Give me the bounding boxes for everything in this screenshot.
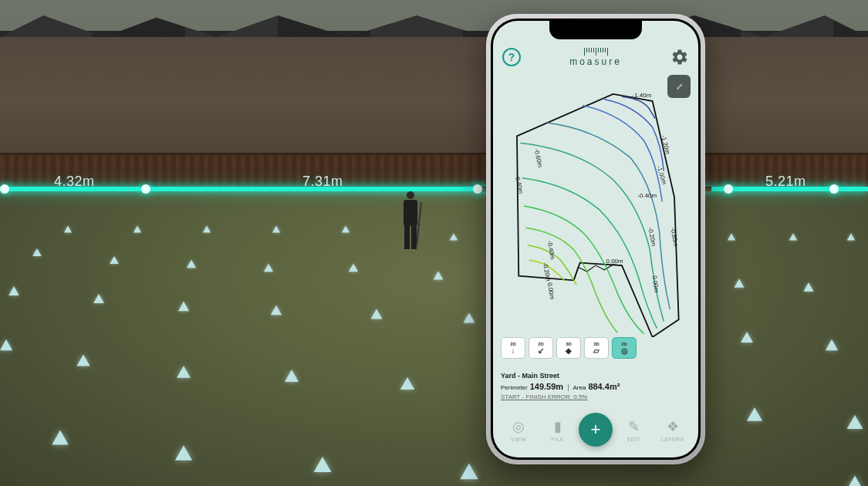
measurement-line — [0, 187, 868, 191]
contour-label: -0.60m — [533, 148, 544, 168]
grid-marker-icon — [285, 370, 299, 382]
grid-marker-icon — [264, 264, 273, 272]
grid-marker-icon — [847, 233, 855, 240]
grid-marker-icon — [741, 332, 753, 343]
grid-marker-icon — [847, 415, 863, 429]
grid-marker-icon — [846, 476, 864, 487]
view-3d-mesh[interactable]: 3D▱ — [584, 337, 609, 359]
tb-edit[interactable]: ✎ EDIT — [616, 418, 651, 442]
contour-label: -0.20m — [542, 262, 552, 282]
person-silhouette — [400, 191, 421, 249]
grid-marker-icon — [178, 302, 189, 311]
measurement-point — [829, 184, 839, 194]
grid-marker-icon — [349, 264, 358, 272]
grid-marker-icon — [747, 407, 762, 421]
grid-marker-icon — [76, 354, 90, 366]
measurement-label: 4.32m — [54, 174, 95, 190]
contour-label: 0.00m — [651, 275, 660, 293]
perimeter-value: 149.59m — [530, 382, 563, 391]
tb-file[interactable]: ▮ FILE — [540, 418, 576, 442]
phone-frame: ? moasure ⤢ — [486, 14, 705, 464]
grid-marker-icon — [371, 309, 383, 319]
background-scene — [0, 0, 868, 486]
grid-marker-icon — [400, 377, 415, 390]
brand-text: moasure — [569, 56, 622, 67]
area-value: 884.4m² — [588, 382, 620, 391]
grid-marker-icon — [8, 286, 19, 295]
contour-label: -0.80m — [669, 227, 679, 247]
add-button[interactable]: + — [579, 413, 613, 447]
help-button[interactable]: ? — [502, 48, 521, 66]
contour-label: 0.00m — [546, 282, 556, 301]
app-screen: ? moasure ⤢ — [493, 21, 698, 457]
contour-label: -0.40m — [546, 240, 556, 260]
grid-marker-icon — [52, 430, 68, 445]
grid-marker-icon — [175, 445, 192, 460]
settings-button[interactable] — [670, 48, 689, 66]
grid-marker-icon — [728, 233, 735, 240]
view-3d-cube[interactable]: 3D◆ — [556, 337, 581, 359]
grid-marker-icon — [342, 226, 350, 233]
grid-marker-icon — [464, 312, 475, 322]
contour-label: 0.00m — [606, 258, 623, 265]
contour-label: -0.40m — [514, 174, 525, 194]
view-2d-contour[interactable]: 2D◎ — [612, 337, 637, 359]
file-icon: ▮ — [554, 418, 562, 435]
measurement-point — [141, 184, 150, 194]
app-logo: moasure — [569, 48, 622, 67]
measurement-point — [724, 184, 733, 194]
measurement-point — [473, 184, 482, 194]
view-mode-buttons: 2D↓2D↙3D◆3D▱2D◎ — [501, 337, 637, 359]
tb-view[interactable]: ◎ VIEW — [501, 418, 536, 442]
area-label: Area — [572, 384, 586, 391]
view-2d-angle[interactable]: 2D↙ — [529, 337, 553, 359]
measurement-label: 7.31m — [302, 174, 343, 190]
layers-icon: ❖ — [667, 418, 679, 435]
contour-label: -0.40m — [637, 192, 657, 199]
grid-marker-icon — [272, 226, 280, 233]
measurement-info: Yard - Main Street Perimeter 149.59m | A… — [501, 372, 691, 400]
grid-marker-icon — [735, 278, 745, 287]
view-2d-down[interactable]: 2D↓ — [501, 337, 525, 359]
measurement-label: 5.21m — [765, 174, 806, 190]
view-icon: ◎ — [512, 418, 525, 435]
grid-marker-icon — [803, 282, 813, 291]
grid-marker-icon — [314, 457, 332, 472]
error-text[interactable]: START - FINISH ERROR: 0.5% — [501, 393, 691, 400]
phone-notch — [549, 21, 642, 39]
contour-map[interactable]: -1.40m-1.20m-1.00m-0.80m-0.60m-0.40m-0.4… — [499, 75, 692, 337]
grid-marker-icon — [32, 248, 41, 256]
measurement-point — [0, 184, 9, 194]
grid-marker-icon — [187, 260, 196, 268]
grid-marker-icon — [177, 366, 191, 378]
grid-marker-icon — [133, 226, 141, 233]
grid-marker-icon — [460, 464, 478, 479]
contour-label: -1.20m — [660, 135, 671, 156]
grid-marker-icon — [826, 339, 838, 350]
grid-marker-icon — [110, 256, 119, 264]
grid-marker-icon — [789, 233, 797, 240]
project-title: Yard - Main Street — [501, 372, 691, 380]
tb-layers[interactable]: ❖ LAYERS — [655, 418, 691, 442]
grid-marker-icon — [203, 226, 211, 233]
bottom-toolbar: ◎ VIEW ▮ FILE + ✎ EDIT ❖ LAYERS — [493, 407, 698, 453]
contour-label: -1.40m — [633, 92, 652, 99]
grid-marker-icon — [0, 339, 12, 350]
edit-icon: ✎ — [628, 418, 640, 435]
grid-marker-icon — [434, 271, 444, 279]
grid-marker-icon — [450, 233, 458, 240]
perimeter-label: Perimeter — [501, 384, 528, 391]
grid-marker-icon — [64, 226, 72, 233]
grid-marker-icon — [271, 305, 282, 316]
app-header: ? moasure — [493, 42, 698, 72]
grid-marker-icon — [93, 294, 104, 303]
